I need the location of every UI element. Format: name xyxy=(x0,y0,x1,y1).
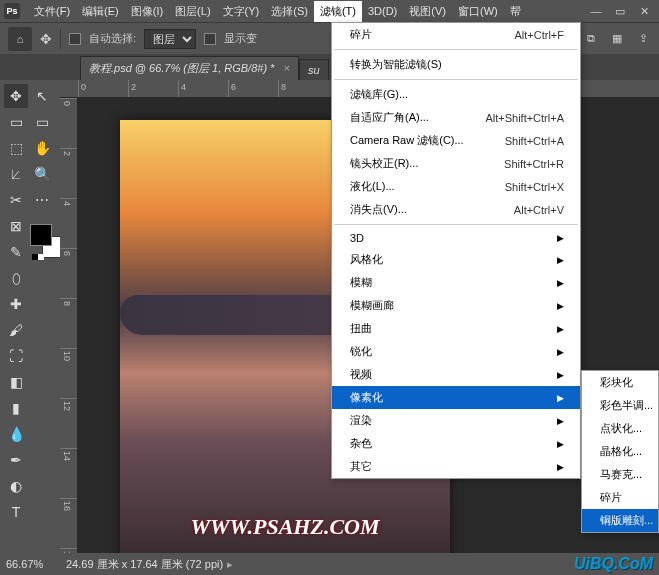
filter-distort[interactable]: 扭曲▶ xyxy=(332,317,580,340)
filter-lens-correction[interactable]: 镜头校正(R)...Shift+Ctrl+R xyxy=(332,152,580,175)
filter-stylize[interactable]: 风格化▶ xyxy=(332,248,580,271)
tool-quickselect[interactable]: ⬯ xyxy=(4,266,28,290)
zoom-level[interactable]: 66.67% xyxy=(6,558,66,570)
menu-layer[interactable]: 图层(L) xyxy=(169,1,216,22)
show-transform-label: 显示变 xyxy=(224,31,257,46)
ps-logo: Ps xyxy=(4,3,20,19)
filter-last[interactable]: 碎片 Alt+Ctrl+F xyxy=(332,23,580,46)
maximize-icon[interactable]: ▭ xyxy=(609,2,631,20)
filter-adaptive-wide-angle[interactable]: 自适应广角(A)...Alt+Shift+Ctrl+A xyxy=(332,106,580,129)
show-transform-checkbox[interactable] xyxy=(204,33,216,45)
tool-shape[interactable]: ▭ xyxy=(30,110,54,134)
filter-sharpen[interactable]: 锐化▶ xyxy=(332,340,580,363)
pixelate-mezzotint[interactable]: 铜版雕刻... xyxy=(582,509,658,532)
tool-move[interactable]: ✥ xyxy=(4,84,28,108)
tool-eraser[interactable]: ◧ xyxy=(4,370,28,394)
tab-title: 教程.psd @ 66.7% (图层 1, RGB/8#) * xyxy=(89,62,274,74)
auto-select-dropdown[interactable]: 图层 xyxy=(144,29,196,49)
tool-frame[interactable]: ⊠ xyxy=(4,214,28,238)
share-icon[interactable]: ⇪ xyxy=(633,28,653,48)
auto-select-label: 自动选择: xyxy=(89,31,136,46)
tool-crop[interactable]: ✂ xyxy=(4,188,28,212)
tab-close-icon[interactable]: × xyxy=(283,62,289,74)
filter-video[interactable]: 视频▶ xyxy=(332,363,580,386)
filter-convert-smart[interactable]: 转换为智能滤镜(S) xyxy=(332,53,580,76)
pixelate-crystallize[interactable]: 晶格化... xyxy=(582,440,658,463)
grid-icon[interactable]: ▦ xyxy=(607,28,627,48)
menu-select[interactable]: 选择(S) xyxy=(265,1,314,22)
tool-eyedropper[interactable]: ✎ xyxy=(4,240,28,264)
tool-lasso[interactable]: ⟀ xyxy=(4,162,28,186)
tool-panel: ✥ ▭ ⬚ ⟀ ✂ ⊠ ✎ ⬯ ✚ 🖌 ⛶ ◧ ▮ 💧 ✒ ◐ T ↖ ▭ ✋ … xyxy=(0,80,60,553)
foreground-color-swatch[interactable] xyxy=(30,224,52,246)
document-dimensions: 24.69 厘米 x 17.64 厘米 (72 ppi) xyxy=(66,557,223,572)
pixelate-mosaic[interactable]: 马赛克... xyxy=(582,463,658,486)
filter-noise[interactable]: 杂色▶ xyxy=(332,432,580,455)
pixelate-facet[interactable]: 彩块化 xyxy=(582,371,658,394)
tool-stamp[interactable]: ⛶ xyxy=(4,344,28,368)
menu-image[interactable]: 图像(I) xyxy=(125,1,169,22)
tool-more[interactable]: ⋯ xyxy=(30,188,54,212)
tool-hand[interactable]: ✋ xyxy=(30,136,54,160)
tab-inactive[interactable]: su xyxy=(299,59,329,80)
ruler-vertical: 0 2 4 6 8 10 12 14 16 18 xyxy=(60,98,78,553)
tool-gradient[interactable]: ▮ xyxy=(4,396,28,420)
tool-heal[interactable]: ✚ xyxy=(4,292,28,316)
watermark-text: WWW.PSAHZ.COM xyxy=(190,514,379,540)
brand-watermark: UiBQ.CoM xyxy=(574,555,653,573)
menubar: Ps 文件(F) 编辑(E) 图像(I) 图层(L) 文字(Y) 选择(S) 滤… xyxy=(0,0,659,22)
filter-camera-raw[interactable]: Camera Raw 滤镜(C)...Shift+Ctrl+A xyxy=(332,129,580,152)
menu-filter[interactable]: 滤镜(T) xyxy=(314,1,362,22)
tool-dodge[interactable]: ◐ xyxy=(4,474,28,498)
filter-liquify[interactable]: 液化(L)...Shift+Ctrl+X xyxy=(332,175,580,198)
menu-3d[interactable]: 3D(D) xyxy=(362,2,403,20)
filter-pixelate[interactable]: 像素化▶ xyxy=(332,386,580,409)
minimize-icon[interactable]: — xyxy=(585,2,607,20)
tool-artboard[interactable]: ▭ xyxy=(4,110,28,134)
filter-other[interactable]: 其它▶ xyxy=(332,455,580,478)
filter-render[interactable]: 渲染▶ xyxy=(332,409,580,432)
menu-view[interactable]: 视图(V) xyxy=(403,1,452,22)
filter-blur[interactable]: 模糊▶ xyxy=(332,271,580,294)
pixelate-color-halftone[interactable]: 彩色半调... xyxy=(582,394,658,417)
filter-vanishing-point[interactable]: 消失点(V)...Alt+Ctrl+V xyxy=(332,198,580,221)
search-icon[interactable]: ⧉ xyxy=(581,28,601,48)
tool-zoom[interactable]: 🔍 xyxy=(30,162,54,186)
filter-gallery[interactable]: 滤镜库(G)... xyxy=(332,83,580,106)
close-icon[interactable]: ✕ xyxy=(633,2,655,20)
auto-select-checkbox[interactable] xyxy=(69,33,81,45)
menu-window[interactable]: 窗口(W) xyxy=(452,1,504,22)
home-icon[interactable]: ⌂ xyxy=(8,27,32,51)
menu-edit[interactable]: 编辑(E) xyxy=(76,1,125,22)
move-tool-icon: ✥ xyxy=(40,31,52,47)
pixelate-fragment[interactable]: 碎片 xyxy=(582,486,658,509)
tool-pen[interactable]: ✒ xyxy=(4,448,28,472)
filter-menu-dropdown: 碎片 Alt+Ctrl+F 转换为智能滤镜(S) 滤镜库(G)... 自适应广角… xyxy=(331,22,581,479)
status-bar: 66.67% 24.69 厘米 x 17.64 厘米 (72 ppi) ▸ Ui… xyxy=(0,553,659,575)
tool-brush[interactable]: 🖌 xyxy=(4,318,28,342)
menu-help[interactable]: 帮 xyxy=(504,1,527,22)
tool-type[interactable]: T xyxy=(4,500,28,524)
window-controls: — ▭ ✕ xyxy=(585,2,655,20)
tool-blur[interactable]: 💧 xyxy=(4,422,28,446)
pixelate-submenu: 彩块化 彩色半调... 点状化... 晶格化... 马赛克... 碎片 铜版雕刻… xyxy=(581,370,659,533)
filter-blur-gallery[interactable]: 模糊画廊▶ xyxy=(332,294,580,317)
menu-type[interactable]: 文字(Y) xyxy=(217,1,266,22)
tool-marquee[interactable]: ⬚ xyxy=(4,136,28,160)
menu-file[interactable]: 文件(F) xyxy=(28,1,76,22)
tab-active[interactable]: 教程.psd @ 66.7% (图层 1, RGB/8#) * × xyxy=(80,56,299,80)
tool-path[interactable]: ↖ xyxy=(30,84,54,108)
info-arrow-icon[interactable]: ▸ xyxy=(227,558,233,571)
pixelate-pointillize[interactable]: 点状化... xyxy=(582,417,658,440)
top-right-icons: ⧉ ▦ ⇪ xyxy=(581,28,653,48)
default-colors-icon[interactable] xyxy=(32,254,44,266)
filter-3d[interactable]: 3D▶ xyxy=(332,228,580,248)
